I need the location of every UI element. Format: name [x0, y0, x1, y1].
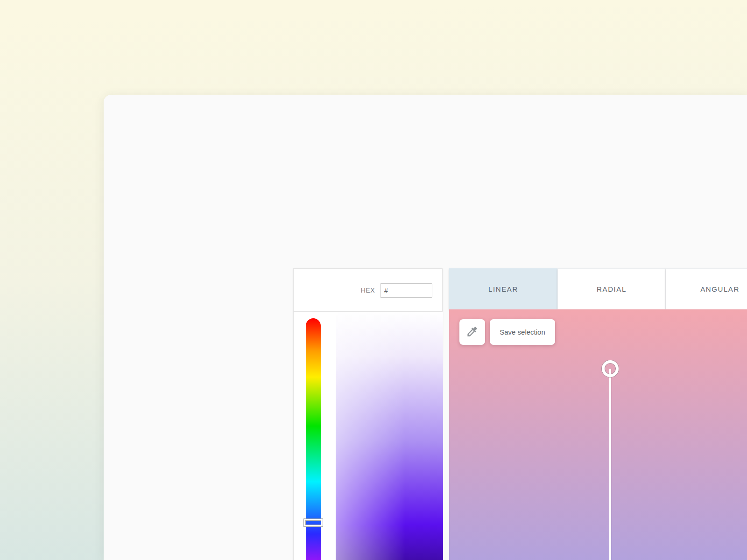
color-picker-panel: HEX	[293, 268, 443, 560]
hex-row: HEX	[294, 269, 442, 312]
gradient-axis-line	[609, 369, 611, 560]
hue-column	[294, 312, 335, 560]
page-background: HEX LINEAR RADIAL ANGULAR	[0, 0, 747, 560]
saturation-brightness-area[interactable]	[336, 312, 443, 560]
tab-radial[interactable]: RADIAL	[557, 268, 666, 309]
gradient-type-tabs: LINEAR RADIAL ANGULAR	[449, 268, 747, 309]
hex-label: HEX	[340, 280, 375, 301]
hex-input[interactable]	[380, 283, 432, 298]
eyedropper-icon	[466, 325, 479, 339]
app-card: HEX LINEAR RADIAL ANGULAR	[104, 95, 747, 560]
tab-angular[interactable]: ANGULAR	[666, 268, 747, 309]
hue-slider-handle[interactable]	[304, 519, 323, 526]
gradient-preview[interactable]: Save selection	[449, 309, 747, 560]
tab-linear[interactable]: LINEAR	[449, 268, 557, 309]
eyedropper-button[interactable]	[459, 319, 485, 345]
gradient-handle-start[interactable]	[602, 360, 619, 377]
save-selection-button[interactable]: Save selection	[490, 319, 555, 345]
